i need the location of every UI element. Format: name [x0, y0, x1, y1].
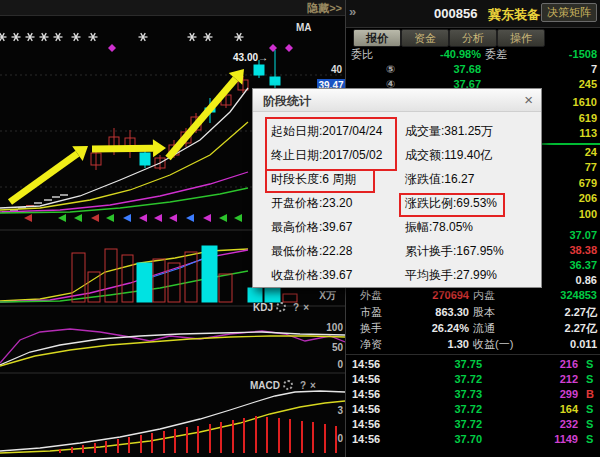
tick-row: 14:56 37.70 1149 S [346, 433, 600, 446]
kdj-scale-50: 50 [319, 342, 343, 353]
stat-change-ratio: 涨跌比例:69.53% [405, 191, 497, 215]
tick-row: 14:56 37.73 299 B [346, 388, 600, 401]
gear-icon[interactable] [283, 380, 293, 390]
decision-matrix-button[interactable]: 决策矩阵 [541, 3, 597, 22]
price-separator-line [539, 143, 600, 145]
stat-amplitude: 振幅:78.05% [405, 215, 473, 239]
help-icon[interactable]: ? [300, 380, 306, 391]
stat-change-value: 涨跌值:16.27 [405, 167, 474, 191]
quote-header: » 000856 冀东装备 决策矩阵 [346, 0, 600, 28]
stat-amount: 成交额:119.40亿 [405, 143, 492, 167]
stat-avg-turnover: 平均换手:27.99% [405, 263, 497, 287]
kdj-title: KDJ [253, 302, 273, 313]
divider [346, 354, 600, 355]
dialog-titlebar[interactable]: 阶段统计 × [253, 89, 541, 112]
close-icon[interactable]: × [303, 302, 309, 313]
stat-period-len: 时段长度:6 周期 [271, 167, 356, 191]
macd-scale-0: 0 [329, 433, 343, 444]
kdj-panel-header: KDJ?× [253, 302, 309, 313]
stat-close-price: 收盘价格:39.67 [271, 263, 352, 287]
kdj-scale-100: 100 [319, 322, 343, 333]
macd-title: MACD [250, 380, 280, 391]
help-icon[interactable]: ? [293, 302, 299, 313]
dialog-title: 阶段统计 [263, 93, 311, 110]
close-icon[interactable]: × [310, 380, 316, 391]
stat-low-price: 最低价格:22.28 [271, 239, 352, 263]
tab-quote[interactable]: 报价 [353, 29, 401, 47]
high-price-annotation: 43.00→ [233, 52, 268, 63]
tick-row: 14:56 37.75 216 S [346, 358, 600, 371]
kdj-scale-0: 0 [319, 359, 343, 370]
stock-code: 000856 [434, 6, 477, 21]
tick-row: 14:56 37.72 164 S [346, 403, 600, 416]
volume-unit-label: X万 [310, 289, 336, 303]
ma-legend-label: MA [296, 22, 312, 33]
stat-cum-turnover: 累计换手:167.95% [405, 239, 504, 263]
stat-volume: 成交量:381.25万 [405, 119, 493, 143]
stat-end-date: 终止日期:2017/05/02 [271, 143, 382, 167]
app-window: 隐藏>> MA 43.00→ 40 39.47 X万 KDJ?× MACD?× … [0, 0, 600, 457]
stage-statistics-dialog: 阶段统计 × 起始日期:2017/04/24 终止日期:2017/05/02 时… [252, 88, 542, 288]
stat-start-date: 起始日期:2017/04/24 [271, 119, 382, 143]
info-row-turnover: 换手 26.24% 流通 2.27亿 [346, 322, 600, 335]
info-row-nav: 净资 1.30 收益(一) 0.011 [346, 338, 600, 351]
sell-row-5: ⑤ 37.68 7 [346, 63, 600, 76]
tab-funds[interactable]: 资金 [401, 29, 449, 47]
expand-icon[interactable]: » [349, 4, 356, 19]
stat-high-price: 最高价格:39.67 [271, 215, 352, 239]
info-row-pe: 市盈 863.30 股本 2.27亿 [346, 306, 600, 319]
gear-icon[interactable] [276, 302, 286, 312]
macd-scale-3: 3 [329, 405, 343, 416]
price-axis-tick: 40 [318, 64, 342, 75]
tab-action[interactable]: 操作 [497, 29, 545, 47]
tick-row: 14:56 37.72 232 S [346, 418, 600, 431]
stock-name: 冀东装备 [488, 6, 540, 24]
info-row-pan: 外盘 270694 内盘 324853 [346, 289, 600, 302]
tick-row: 14:56 37.72 212 S [346, 373, 600, 386]
weibi-row: 委比 -40.98% 委差 -1508 [346, 48, 600, 61]
dialog-close-button[interactable]: × [524, 91, 533, 108]
tab-analysis[interactable]: 分析 [449, 29, 497, 47]
stat-open-price: 开盘价格:23.20 [271, 191, 352, 215]
macd-panel-header: MACD?× [250, 380, 316, 391]
